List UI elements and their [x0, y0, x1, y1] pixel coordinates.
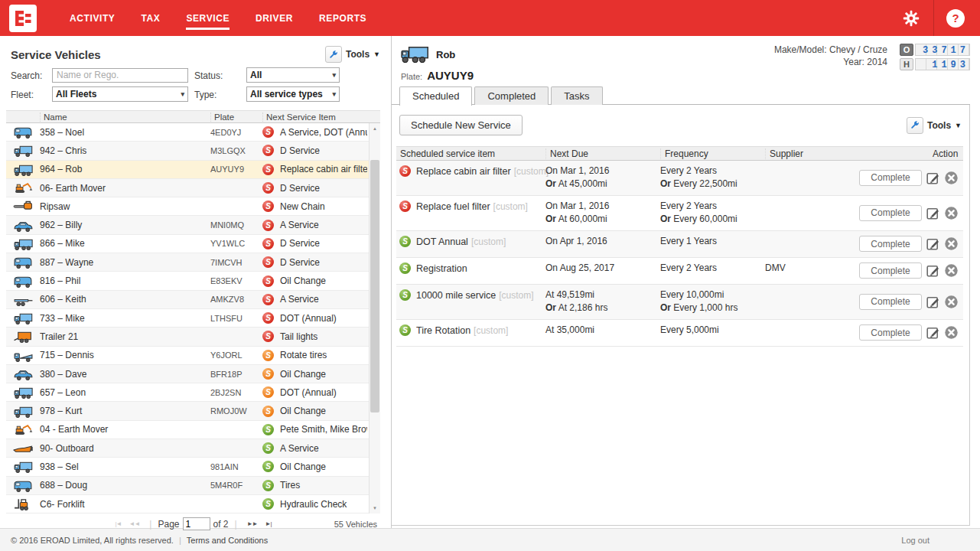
- vehicle-row[interactable]: 90- Outboard SA Service: [6, 439, 380, 458]
- vehicle-row[interactable]: 04 - Earth Mover SPete Smith, Mike Brown…: [6, 421, 380, 439]
- service-status-badge: S: [399, 289, 411, 301]
- status-select[interactable]: All ▾: [246, 67, 340, 83]
- service-status-badge: S: [399, 262, 411, 274]
- edit-icon[interactable]: [926, 236, 940, 251]
- edit-icon[interactable]: [926, 206, 940, 220]
- tab-tasks[interactable]: Tasks: [551, 86, 602, 105]
- vehicle-row[interactable]: 942 – Chris M3LGQX SD Service: [6, 142, 380, 160]
- vehicle-name: 942 – Chris: [40, 145, 210, 156]
- page-number-input[interactable]: [183, 517, 210, 530]
- logout-link[interactable]: Log out: [901, 536, 930, 545]
- scroll-up-icon[interactable]: ▲: [370, 123, 380, 134]
- vehicle-plate: 7IMCVH: [210, 258, 262, 267]
- scroll-down-icon[interactable]: ▼: [370, 503, 380, 514]
- vehicle-row[interactable]: 866 – Mike YV1WLC SD Service: [6, 235, 380, 253]
- complete-button[interactable]: Complete: [859, 262, 922, 279]
- vehicle-row[interactable]: 733 – Mike LTHSFU SDOT (Annual): [6, 309, 380, 328]
- vehicle-name: 688 – Doug: [40, 480, 210, 491]
- vehicle-row[interactable]: 606 – Keith AMKZV8 SA Service: [6, 291, 380, 309]
- vehicle-row[interactable]: C6- Forklift SHydraulic Check: [6, 495, 380, 514]
- schedule-tools-button[interactable]: Tools ▼: [907, 117, 962, 134]
- terms-link[interactable]: Terms and Conditions: [187, 536, 268, 545]
- column-service-item: Scheduled service item: [396, 148, 545, 159]
- vehicle-name: 733 – Mike: [40, 313, 210, 324]
- complete-button[interactable]: Complete: [859, 236, 922, 252]
- complete-button[interactable]: Complete: [859, 205, 922, 221]
- vehicle-row[interactable]: 380 – Dave BFR18P SOil Change: [6, 365, 380, 383]
- next-due-line1: On Mar 1, 2016: [545, 165, 660, 177]
- vehicle-row[interactable]: 887 – Wayne 7IMCVH SD Service: [6, 253, 380, 272]
- prev-page-button[interactable]: ◄◄: [129, 520, 140, 527]
- schedule-new-service-button[interactable]: Schedule New Service: [399, 115, 523, 135]
- vehicle-row[interactable]: 938 – Sel 981AIN SOil Change: [6, 458, 380, 476]
- scrollbar-thumb[interactable]: [370, 160, 379, 412]
- frequency-line1: Every 1 Years: [660, 236, 765, 247]
- vehicle-row[interactable]: Trailer 21 STail lights: [6, 328, 380, 346]
- vehicle-row[interactable]: 06- Earth Mover SD Service: [6, 179, 380, 197]
- vehicle-row[interactable]: 688 – Doug 5M4R0F STires: [6, 477, 380, 495]
- next-due-line1: On Aug 25, 2017: [545, 262, 660, 274]
- nav-activity[interactable]: ACTIVITY: [70, 7, 115, 30]
- vehicle-row[interactable]: 358 – Noel 4ED0YJ SA Service, DOT (Annua…: [6, 123, 380, 142]
- edit-icon[interactable]: [926, 171, 940, 185]
- frequency-line1: Every 5,000mi: [660, 324, 765, 336]
- service-status-badge: S: [262, 406, 274, 417]
- type-value: All service types: [250, 89, 323, 99]
- fleet-value: All Fleets: [56, 89, 96, 99]
- vehicles-tools-button[interactable]: Tools ▼: [325, 46, 380, 63]
- tools-label: Tools: [927, 120, 951, 131]
- help-icon[interactable]: ?: [946, 9, 965, 28]
- vehicle-row[interactable]: 978 – Kurt RMOJ0W SOil Change: [6, 402, 380, 420]
- first-page-button[interactable]: |◄: [116, 520, 122, 527]
- settings-gear-icon[interactable]: [901, 8, 921, 28]
- vehicles-scrollbar[interactable]: ▲ ▼: [369, 123, 380, 514]
- nav-driver[interactable]: DRIVER: [256, 7, 293, 30]
- van-icon: [6, 126, 40, 139]
- search-input[interactable]: [52, 68, 188, 83]
- eroad-logo-icon: [9, 5, 37, 32]
- frequency-line1: Every 2 Years: [660, 165, 765, 177]
- eroad-logo[interactable]: [9, 5, 37, 32]
- next-page-button[interactable]: ►►: [247, 520, 258, 527]
- last-page-button[interactable]: ►|: [265, 520, 271, 527]
- vehicle-row[interactable]: 715 – Dennis Y6JORL SRotate tires: [6, 347, 380, 365]
- vehicle-row[interactable]: 962 – Billy MNI0MQ SA Service: [6, 216, 380, 234]
- tab-scheduled[interactable]: Scheduled: [399, 86, 472, 106]
- service-status-badge: S: [262, 331, 274, 342]
- edit-icon[interactable]: [926, 263, 940, 278]
- next-service-item: A Service: [280, 294, 319, 305]
- edit-icon[interactable]: [926, 325, 940, 340]
- fleet-select[interactable]: All Fleets ▾: [52, 86, 188, 102]
- type-select[interactable]: All service types ▾: [246, 86, 340, 102]
- edit-icon[interactable]: [926, 295, 940, 309]
- vehicle-name: 866 – Mike: [40, 238, 210, 249]
- complete-button[interactable]: Complete: [859, 170, 922, 186]
- delete-icon[interactable]: [944, 325, 959, 340]
- delete-icon[interactable]: [944, 295, 959, 309]
- delete-icon[interactable]: [944, 206, 959, 220]
- hours-icon: H: [900, 58, 913, 70]
- tab-completed[interactable]: Completed: [474, 86, 549, 105]
- vehicle-count: 55 Vehicles: [334, 520, 377, 529]
- next-service-item: Pete Smith, Mike Brown, Steve M: [280, 424, 367, 435]
- chevron-down-icon: ▼: [955, 122, 962, 129]
- vehicle-name: 715 – Dennis: [40, 350, 210, 360]
- delete-icon[interactable]: [944, 236, 959, 251]
- complete-button[interactable]: Complete: [859, 294, 922, 310]
- nav-tax[interactable]: TAX: [141, 7, 160, 30]
- vehicle-name: C6- Forklift: [40, 499, 210, 510]
- vehicle-row[interactable]: 657 – Leon 2BJ2SN SDOT (Annual): [6, 383, 380, 402]
- nav-service[interactable]: SERVICE: [186, 7, 230, 30]
- page-label: Page: [158, 519, 179, 530]
- frequency-line1: Every 2 Years: [660, 262, 765, 274]
- nav-reports[interactable]: REPORTS: [319, 7, 366, 30]
- vehicle-row[interactable]: 816 – Phil E83EKV SOil Change: [6, 272, 380, 290]
- next-service-item: New Chain: [280, 201, 325, 212]
- delete-icon[interactable]: [944, 171, 959, 185]
- next-service-item: Rotate tires: [280, 350, 327, 360]
- delete-icon[interactable]: [944, 263, 959, 278]
- complete-button[interactable]: Complete: [859, 324, 922, 341]
- vehicle-row-selected[interactable]: 964 – Rob AUYUY9 SReplace cabin air filt…: [6, 161, 380, 179]
- custom-tag: [custom]: [499, 290, 533, 301]
- vehicle-row[interactable]: Ripsaw SNew Chain: [6, 197, 380, 216]
